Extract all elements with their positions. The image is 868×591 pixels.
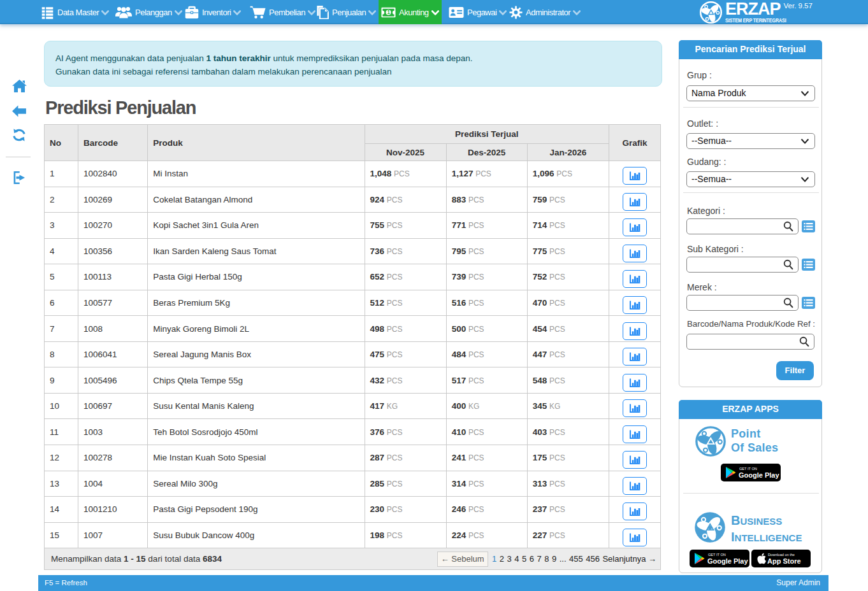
svg-text:GET IT ON: GET IT ON bbox=[708, 553, 726, 557]
svg-text:GET IT ON: GET IT ON bbox=[739, 467, 757, 471]
svg-text:Download on the: Download on the bbox=[768, 553, 795, 557]
svg-text:Google Play: Google Play bbox=[707, 557, 748, 565]
svg-text:App Store: App Store bbox=[767, 557, 801, 565]
svg-text:Google Play: Google Play bbox=[739, 471, 779, 479]
